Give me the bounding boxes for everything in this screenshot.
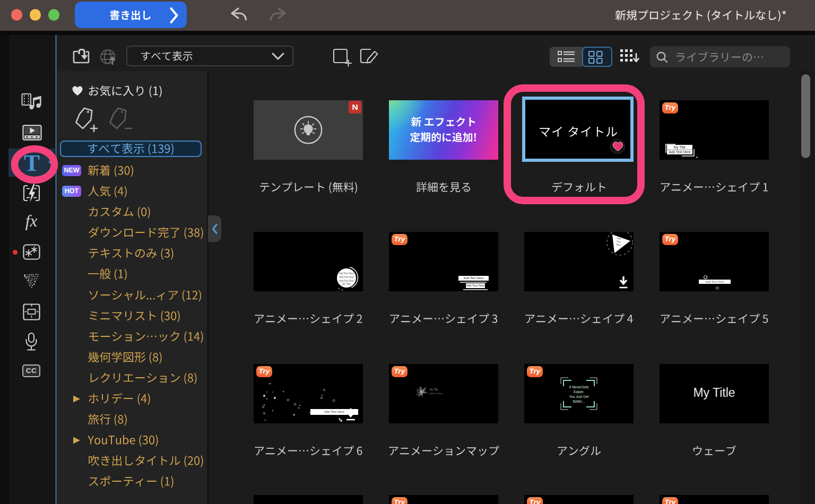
svg-text:My Title: My Title <box>430 388 438 391</box>
svg-text:Easier,: Easier, <box>574 390 584 394</box>
svg-text:Better...: Better... <box>573 399 585 403</box>
svg-text:It NeverGets: It NeverGets <box>569 385 589 389</box>
svg-text:Add Text Here: Add Text Here <box>430 392 444 395</box>
svg-text:You Just Get: You Just Get <box>569 395 589 398</box>
